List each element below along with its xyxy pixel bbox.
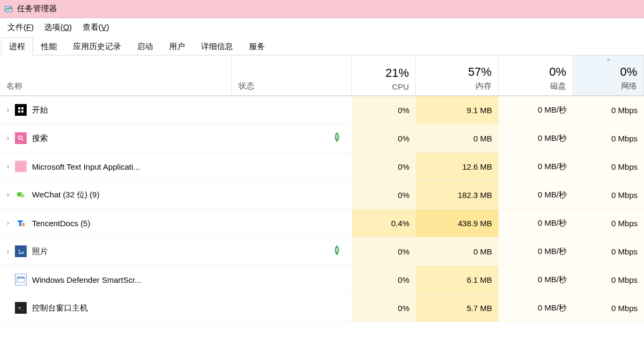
window-title: 任务管理器 <box>17 4 57 14</box>
process-disk-cell: 0 MB/秒 <box>498 96 573 124</box>
process-name-cell: ›Microsoft Text Input Applicati... <box>0 153 232 180</box>
expand-toggle-icon[interactable]: › <box>3 248 13 255</box>
process-name-cell: ›TencentDocs (5) <box>0 209 232 237</box>
process-network-cell: 0 Mbps <box>573 181 644 209</box>
process-status-cell <box>232 237 352 265</box>
process-network-cell: 0 Mbps <box>573 266 644 293</box>
tab-processes[interactable]: 进程 <box>1 37 33 55</box>
process-name-label: TencentDocs (5) <box>32 219 90 228</box>
table-row[interactable]: ›搜索0%0 MB0 MB/秒0 Mbps <box>0 124 644 153</box>
process-disk-cell: 0 MB/秒 <box>498 209 573 237</box>
process-network-cell: 0 Mbps <box>573 294 644 322</box>
table-row[interactable]: Windows Defender SmartScr...0%6.1 MB0 MB… <box>0 266 644 294</box>
app-icon <box>4 5 13 13</box>
process-cpu-cell: 0% <box>352 153 416 180</box>
process-name-label: 控制台窗口主机 <box>32 303 88 313</box>
svg-rect-3 <box>21 107 23 109</box>
titlebar[interactable]: 任务管理器 <box>0 0 644 18</box>
process-name-label: WeChat (32 位) (9) <box>32 190 99 200</box>
process-memory-cell: 0 MB <box>416 124 498 152</box>
col-header-cpu-pct: 21% <box>385 66 409 80</box>
process-status-cell <box>232 294 352 322</box>
process-cpu-cell: 0% <box>352 96 416 124</box>
wechat-icon <box>15 189 27 201</box>
svg-point-18 <box>19 250 20 251</box>
svg-rect-1 <box>17 106 25 114</box>
process-cpu-cell: 0% <box>352 237 416 265</box>
process-memory-cell: 6.1 MB <box>416 266 498 293</box>
start-icon <box>15 104 27 116</box>
process-disk-cell: 0 MB/秒 <box>498 181 573 209</box>
col-header-cpu-label: CPU <box>392 82 409 91</box>
expand-toggle-icon[interactable]: › <box>3 134 13 142</box>
svg-rect-6 <box>17 134 25 142</box>
tab-services[interactable]: 服务 <box>241 37 273 55</box>
process-disk-cell: 0 MB/秒 <box>498 153 573 180</box>
table-row[interactable]: ›TencentDocs (5)0.4%438.9 MB0 MB/秒0 Mbps <box>0 209 644 237</box>
expand-toggle-icon[interactable]: › <box>3 163 13 170</box>
col-header-status[interactable]: 状态 <box>232 55 352 96</box>
process-disk-cell: 0 MB/秒 <box>498 124 573 152</box>
table-row[interactable]: >_控制台窗口主机0%5.7 MB0 MB/秒0 Mbps <box>0 294 644 322</box>
svg-rect-10 <box>17 162 25 171</box>
svg-point-13 <box>18 193 19 194</box>
expand-toggle-icon[interactable]: › <box>3 191 13 198</box>
col-header-network-label: 网络 <box>621 81 637 91</box>
tab-users[interactable]: 用户 <box>161 37 193 55</box>
col-header-network[interactable]: ⌃ 0% 网络 <box>573 55 644 96</box>
process-memory-cell: 0 MB <box>416 237 498 265</box>
process-cpu-cell: 0% <box>352 266 416 293</box>
process-status-cell <box>232 266 352 293</box>
table-row[interactable]: ›Microsoft Text Input Applicati...0%12.6… <box>0 153 644 181</box>
col-header-memory[interactable]: 57% 内存 <box>416 55 498 96</box>
tab-startup[interactable]: 启动 <box>129 37 161 55</box>
col-header-name[interactable]: 名称 <box>0 55 232 96</box>
col-header-disk[interactable]: 0% 磁盘 <box>498 55 573 96</box>
photos-icon <box>15 245 27 257</box>
tdocs-icon <box>15 217 27 229</box>
table-row[interactable]: ›照片0%0 MB0 MB/秒0 Mbps <box>0 237 644 266</box>
tabbar: 进程性能应用历史记录启动用户详细信息服务 <box>0 36 644 55</box>
table-body: ›开始0%9.1 MB0 MB/秒0 Mbps›搜索0%0 MB0 MB/秒0 … <box>0 96 644 322</box>
process-name-cell: ›开始 <box>0 96 232 124</box>
col-header-status-label: 状态 <box>238 81 254 91</box>
expand-toggle-icon[interactable]: › <box>3 106 13 114</box>
process-status-cell <box>232 181 352 209</box>
svg-text:>_: >_ <box>18 305 24 311</box>
process-status-cell <box>232 153 352 180</box>
leaf-icon <box>333 245 341 258</box>
process-name-cell: ›照片 <box>0 237 232 265</box>
menu-file[interactable]: 文件(F) <box>2 20 39 35</box>
col-header-disk-label: 磁盘 <box>550 81 566 91</box>
expand-toggle-icon[interactable]: › <box>3 219 13 227</box>
process-status-cell <box>232 209 352 237</box>
tab-details[interactable]: 详细信息 <box>193 37 241 55</box>
process-status-cell <box>232 96 352 124</box>
process-cpu-cell: 0% <box>352 124 416 152</box>
menu-options[interactable]: 选项(O) <box>39 20 77 35</box>
table-row[interactable]: ›WeChat (32 位) (9)0%182.3 MB0 MB/秒0 Mbps <box>0 181 644 209</box>
process-memory-cell: 5.7 MB <box>416 294 498 322</box>
process-name-label: 开始 <box>32 105 48 115</box>
table-row[interactable]: ›开始0%9.1 MB0 MB/秒0 Mbps <box>0 96 644 124</box>
tab-performance[interactable]: 性能 <box>33 37 65 55</box>
process-name-cell: Windows Defender SmartScr... <box>0 266 232 293</box>
leaf-icon <box>333 132 341 145</box>
process-cpu-cell: 0.4% <box>352 209 416 237</box>
search-pink-icon <box>15 132 27 144</box>
process-name-cell: ›WeChat (32 位) (9) <box>0 181 232 209</box>
process-status-cell <box>232 124 352 152</box>
svg-rect-2 <box>18 107 20 109</box>
svg-rect-5 <box>21 110 23 113</box>
svg-point-14 <box>20 193 21 194</box>
tab-apphistory[interactable]: 应用历史记录 <box>65 37 129 55</box>
svg-point-12 <box>20 194 25 198</box>
process-memory-cell: 182.3 MB <box>416 181 498 209</box>
process-name-label: 照片 <box>32 246 48 257</box>
menu-view[interactable]: 查看(V) <box>77 20 115 35</box>
svg-rect-17 <box>17 247 25 256</box>
process-disk-cell: 0 MB/秒 <box>498 266 573 293</box>
col-header-cpu[interactable]: 21% CPU <box>352 55 416 96</box>
process-cpu-cell: 0% <box>352 294 416 322</box>
process-name-cell: >_控制台窗口主机 <box>0 294 232 322</box>
